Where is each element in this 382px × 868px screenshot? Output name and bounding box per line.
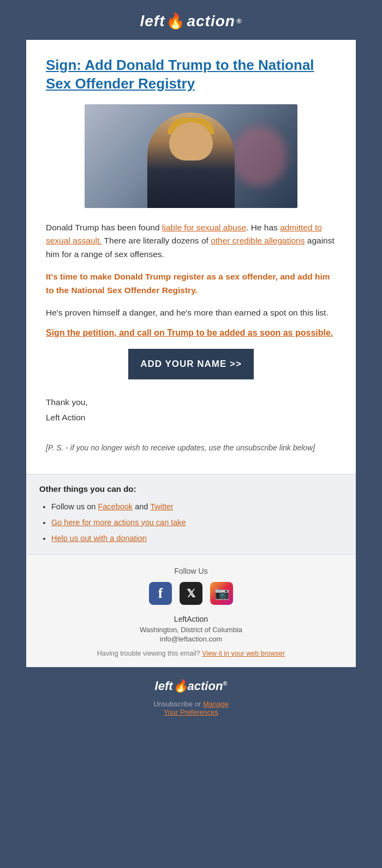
follow-bar: Follow Us f 𝕏 📷 LeftAction Washington, D… [26,554,356,667]
footer-links: Unsubscribe or Manage Your Preferences [11,700,371,716]
email-header: left🔥action® [0,0,382,40]
view-browser-link[interactable]: View it in your web browser [202,650,285,657]
footer-bottom: left🔥action® Unsubscribe or Manage Your … [0,667,382,725]
image-person [147,112,235,208]
body-paragraph-1: Donald Trump has been found liable for s… [46,221,336,261]
image-blur-overlay [232,126,286,186]
para1-pre: Donald Trump has been found [46,223,162,232]
footer-actions-bar: Other things you can do: Follow us on Fa… [26,474,356,554]
footer-logo-left: left [155,679,173,693]
sign-petition-link[interactable]: Sign the petition, and call on Trump to … [46,328,333,337]
footer-flame-icon: 🔥 [173,679,188,693]
logo-registered: ® [236,17,242,25]
facebook-social-icon[interactable]: f [149,582,172,605]
liable-link[interactable]: liable for sexual abuse [162,223,246,232]
org-name: LeftAction [37,615,345,623]
para1-mid: . He has [246,223,280,232]
logo-right: action [187,13,235,30]
footer-action-item-1: Follow us on Facebook and Twitter [51,499,343,515]
manage-link[interactable]: Manage [203,700,229,708]
header-logo: left🔥action® [140,12,242,30]
social-icons-row: f 𝕏 📷 [37,582,345,605]
thank-you-text: Thank you, Left Action [46,395,336,425]
footer-action-item-2: Go here for more actions you can take [51,515,343,531]
org-location: Washington, District of Columbia [37,626,345,634]
image-face [169,122,213,160]
facebook-link[interactable]: Facebook [98,502,133,511]
follow-mid: and [133,502,150,511]
add-name-button[interactable]: ADD YOUR NAME >> [128,349,254,379]
follow-label: Follow Us [37,567,345,575]
footer-action-item-3: Help us out with a donation [51,531,343,546]
logo-left: left [140,13,165,30]
unsubscribe-pre: Unsubscribe or [153,700,201,708]
donation-link[interactable]: Help us out with a donation [51,534,147,543]
more-actions-link[interactable]: Go here for more actions you can take [51,518,186,527]
footer-registered: ® [223,680,227,686]
twitter-social-icon[interactable]: 𝕏 [180,582,202,605]
thank-you-line1: Thank you, [46,397,88,407]
footer-actions-title: Other things you can do: [39,484,343,494]
view-browser-row: Having trouble viewing this email? View … [37,650,345,657]
logo-flame-icon: 🔥 [166,12,186,30]
email-hero-image [85,104,297,208]
email-title: Sign: Add Donald Trump to the National S… [46,56,336,93]
footer-actions-list: Follow us on Facebook and Twitter Go her… [39,499,343,546]
email-body: Sign: Add Donald Trump to the National S… [26,40,356,474]
org-email: info@leftaction.com [37,635,345,643]
view-browser-pre: Having trouble viewing this email? [97,650,202,657]
org-sign-off: Left Action [46,413,85,422]
body-paragraph-2: He's proven himself a danger, and he's m… [46,306,336,320]
ps-text: [P. S. - if you no longer wish to receiv… [46,442,336,454]
twitter-link[interactable]: Twitter [150,502,174,511]
bold-orange-paragraph: It's time to make Donald Trump register … [46,270,336,298]
para1-post: There are literally dozens of [102,236,211,245]
preferences-link[interactable]: Your Preferences [164,708,218,716]
footer-logo-right: action [188,679,223,693]
follow-pre: Follow us on [51,502,98,511]
sign-petition-paragraph: Sign the petition, and call on Trump to … [46,328,336,338]
other-allegations-link[interactable]: other credible allegations [211,236,305,245]
footer-logo: left🔥action® [11,679,371,693]
instagram-social-icon[interactable]: 📷 [210,582,233,605]
